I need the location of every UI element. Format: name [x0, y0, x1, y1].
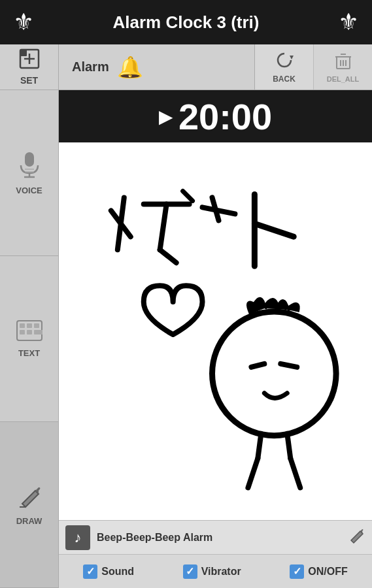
svg-line-29 — [248, 459, 258, 488]
text-icon — [16, 320, 42, 346]
del-all-label: DEL_ALL — [327, 75, 360, 83]
vibrator-check-item[interactable]: ✓ Vibrator — [183, 564, 241, 579]
svg-rect-17 — [20, 323, 25, 328]
bell-icon: 🔔 — [117, 55, 143, 80]
onoff-check-item[interactable]: ✓ ON/OFF — [290, 564, 347, 579]
sidebar-item-text[interactable]: TEXT — [0, 256, 58, 422]
music-icon-box: ♪ — [65, 525, 90, 550]
svg-line-30 — [290, 459, 300, 488]
svg-rect-19 — [34, 323, 39, 328]
svg-rect-22 — [34, 330, 42, 335]
svg-line-25 — [251, 364, 264, 367]
set-icon — [19, 48, 40, 74]
fleur-right-icon: ⚜ — [338, 8, 359, 36]
check-row: ✓ Sound ✓ Vibrator ✓ ON/OFF — [59, 554, 372, 588]
svg-rect-11 — [25, 152, 34, 167]
edit-sound-button[interactable] — [348, 527, 365, 548]
time-bar: ▶ 20:00 — [59, 90, 372, 142]
alarm-section: Alarm 🔔 — [59, 44, 254, 90]
play-icon: ▶ — [159, 106, 173, 127]
delete-icon — [334, 52, 352, 74]
content-area: ▶ 20:00 — [59, 90, 372, 588]
bottom-panel: ♪ Beep-Beep-Beep Alarm ✓ Sound — [59, 520, 372, 588]
svg-line-26 — [280, 364, 297, 367]
voice-icon — [18, 151, 41, 183]
svg-rect-20 — [20, 330, 25, 335]
sidebar-text-label: TEXT — [18, 348, 40, 358]
sound-checkbox[interactable]: ✓ — [83, 564, 97, 579]
sidebar-item-draw[interactable]: DRAW — [0, 422, 58, 588]
checkmark-icon: ✓ — [186, 565, 194, 578]
onoff-check-label: ON/OFF — [308, 566, 347, 578]
sidebar-draw-label: DRAW — [16, 516, 42, 526]
back-button[interactable]: BACK — [254, 44, 313, 90]
sidebar: VOICE TEXT — [0, 90, 59, 588]
draw-icon — [17, 484, 42, 514]
sound-check-label: Sound — [101, 566, 134, 578]
alarm-label: Alarm — [72, 59, 109, 74]
vibrator-check-label: Vibrator — [201, 566, 241, 578]
svg-line-28 — [287, 434, 290, 459]
svg-rect-3 — [20, 50, 27, 56]
sound-name: Beep-Beep-Beep Alarm — [97, 532, 342, 544]
set-button[interactable]: SET — [0, 44, 59, 90]
svg-rect-21 — [27, 330, 32, 335]
sidebar-voice-label: VOICE — [16, 186, 42, 195]
svg-rect-18 — [27, 323, 32, 328]
checkmark-icon: ✓ — [86, 565, 95, 578]
vibrator-checkbox[interactable]: ✓ — [183, 564, 197, 579]
svg-point-24 — [212, 312, 337, 436]
toolbar: SET Alarm 🔔 BACK DEL_ALL — [0, 44, 372, 90]
back-label: BACK — [273, 74, 296, 84]
checkmark-icon: ✓ — [293, 565, 301, 578]
set-label: SET — [20, 75, 38, 86]
svg-marker-4 — [290, 56, 294, 59]
fleur-left-icon: ⚜ — [13, 8, 34, 36]
draw-canvas[interactable] — [59, 142, 372, 520]
back-icon — [275, 51, 294, 73]
app-title: Alarm Clock 3 (tri) — [113, 12, 260, 33]
delete-all-button[interactable]: DEL_ALL — [313, 44, 372, 90]
onoff-checkbox[interactable]: ✓ — [290, 564, 304, 579]
sound-check-item[interactable]: ✓ Sound — [83, 564, 134, 579]
time-display: 20:00 — [178, 95, 272, 138]
app-header: ⚜ Alarm Clock 3 (tri) ⚜ — [0, 0, 372, 44]
music-icon: ♪ — [75, 529, 82, 546]
sidebar-item-voice[interactable]: VOICE — [0, 90, 58, 256]
sound-row: ♪ Beep-Beep-Beep Alarm — [59, 520, 372, 554]
main-area: VOICE TEXT — [0, 90, 372, 588]
svg-line-27 — [258, 434, 261, 459]
